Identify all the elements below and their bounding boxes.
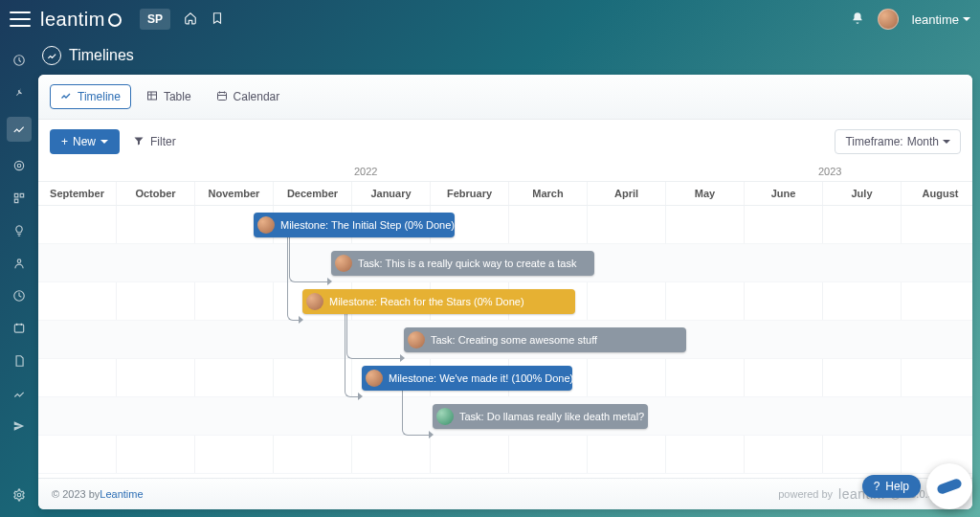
rail-retro-icon[interactable] [11, 320, 28, 337]
caret-down-icon [943, 140, 950, 144]
month-header-cell: April [588, 182, 666, 205]
user-menu[interactable]: leantime [912, 12, 970, 27]
tab-timeline[interactable]: Timeline [50, 84, 131, 109]
month-header-cell: January [352, 182, 431, 205]
month-header-cell: August [902, 182, 972, 205]
fab-pill-icon [936, 478, 963, 495]
page-title: Timelines [38, 38, 972, 75]
milestone-bar[interactable]: Milestone: The Initial Step (0% Done) [254, 213, 455, 237]
timeframe-select[interactable]: Timeframe: Month [835, 129, 961, 154]
new-button[interactable]: + New [50, 129, 120, 154]
svg-rect-8 [217, 93, 226, 101]
rail-docs-icon[interactable] [11, 352, 28, 370]
help-icon: ? [874, 480, 880, 493]
rail-goals-icon[interactable] [11, 157, 28, 174]
footer-copyright: © 2023 by [52, 488, 100, 500]
bar-label: Task: Creating some awesome stuff [431, 334, 597, 346]
rail-pin-icon[interactable] [11, 84, 28, 101]
year-label: 2022 [354, 166, 377, 177]
bookmark-icon[interactable] [211, 11, 224, 28]
toolbar: + New Filter Timeframe: Month [38, 120, 972, 164]
task-bar[interactable]: Task: Creating some awesome stuff [404, 327, 686, 352]
avatar [257, 216, 275, 234]
bar-label: Milestone: The Initial Step (0% Done) [280, 219, 455, 231]
milestone-bar[interactable]: Milestone: We've made it! (100% Done) [362, 366, 572, 391]
svg-point-3 [17, 259, 21, 263]
month-header-cell: May [666, 182, 745, 205]
main-card: Timeline Table Calendar + New Filter [38, 75, 972, 509]
rail-send-icon[interactable] [11, 417, 28, 435]
avatar [408, 331, 425, 348]
plus-icon: + [61, 135, 68, 148]
caret-down-icon [963, 17, 970, 21]
month-header: SeptemberOctoberNovemberDecemberJanuaryF… [38, 181, 972, 206]
month-header-cell: February [431, 182, 509, 205]
month-header-cell: October [117, 182, 195, 205]
bar-label: Task: This is a really quick way to crea… [358, 258, 576, 269]
caret-down-icon [100, 140, 108, 144]
svg-point-2 [17, 164, 21, 168]
menu-toggle[interactable] [10, 9, 31, 30]
tab-calendar[interactable]: Calendar [207, 85, 290, 108]
page: Timelines Timeline Table Calendar + New [38, 38, 972, 509]
svg-rect-5 [14, 325, 23, 332]
help-button[interactable]: ? Help [862, 475, 921, 498]
topbar: leantim SP leantime [0, 0, 980, 38]
filter-icon [133, 135, 145, 149]
calendar-tab-icon [216, 90, 228, 103]
month-header-cell: March [509, 182, 588, 205]
svg-point-6 [17, 493, 21, 497]
notifications-icon[interactable] [851, 11, 864, 28]
rail-timeline-icon[interactable] [7, 117, 32, 142]
rail-dashboard-icon[interactable] [11, 52, 28, 69]
left-rail [0, 38, 38, 517]
year-label: 2023 [818, 166, 841, 177]
home-icon[interactable] [184, 11, 197, 28]
bar-label: Milestone: We've made it! (100% Done) [389, 372, 573, 384]
month-header-cell: November [195, 182, 274, 205]
avatar [436, 408, 454, 425]
gantt[interactable]: 2022 2023 SeptemberOctoberNovemberDecemb… [38, 164, 972, 478]
table-tab-icon [146, 90, 158, 103]
rail-board-icon[interactable] [11, 190, 28, 207]
rail-ideas-icon[interactable] [11, 222, 28, 239]
gantt-body: Milestone: The Initial Step (0% Done) Ta… [38, 206, 972, 474]
avatar[interactable] [878, 9, 899, 30]
year-row: 2022 2023 [38, 164, 972, 181]
task-bar[interactable]: Task: This is a really quick way to crea… [331, 251, 594, 276]
rail-people-icon[interactable] [11, 255, 28, 272]
rail-settings-icon[interactable] [11, 486, 28, 504]
rail-time-icon[interactable] [11, 287, 28, 304]
project-badge[interactable]: SP [140, 9, 170, 30]
month-header-cell: September [38, 182, 117, 205]
brand-logo[interactable]: leantim [40, 9, 122, 31]
bar-label: Milestone: Reach for the Stars (0% Done) [329, 296, 524, 307]
month-header-cell: July [823, 182, 902, 205]
timeline-tab-icon [60, 90, 72, 103]
avatar [306, 293, 323, 310]
filter-button[interactable]: Filter [133, 135, 176, 149]
avatar [335, 255, 352, 272]
task-bar[interactable]: Task: Do llamas really like death metal? [433, 404, 648, 429]
svg-point-1 [14, 161, 23, 169]
avatar [366, 370, 383, 387]
footer: © 2023 by Leantime powered by leantim v3… [38, 478, 972, 509]
svg-rect-7 [147, 92, 156, 100]
view-tabs: Timeline Table Calendar [38, 75, 972, 120]
tab-table[interactable]: Table [137, 85, 201, 108]
bar-label: Task: Do llamas really like death metal? [459, 411, 644, 422]
brand-o-icon [108, 13, 122, 27]
timelines-page-icon [42, 46, 61, 65]
month-header-cell: December [274, 182, 352, 205]
footer-brand-link[interactable]: Leantime [100, 488, 143, 500]
fab-button[interactable] [926, 463, 972, 509]
rail-reports-icon[interactable] [11, 385, 28, 402]
milestone-bar[interactable]: Milestone: Reach for the Stars (0% Done) [302, 289, 575, 314]
month-header-cell: June [745, 182, 823, 205]
